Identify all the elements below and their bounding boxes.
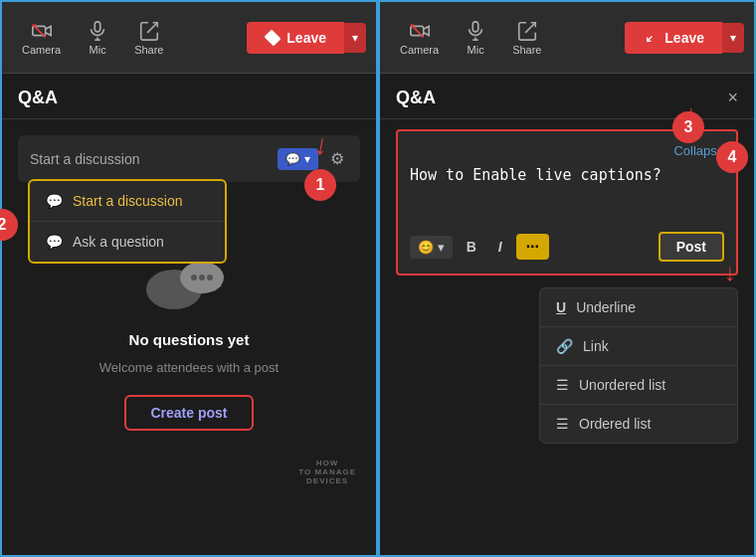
annotation-1: 1: [304, 169, 336, 201]
ordered-list-option[interactable]: ☰ Ordered list: [540, 405, 737, 443]
right-qa-title: Q&A: [396, 88, 436, 108]
left-toolbar: Camera Mic Share: [2, 2, 376, 74]
svg-point-12: [199, 275, 205, 280]
svg-rect-17: [472, 21, 478, 31]
emoji-button[interactable]: 😊 ▾: [410, 236, 453, 259]
right-panel: Camera Mic Share Leave: [378, 0, 756, 557]
arrow-4: ↓: [724, 259, 736, 286]
settings-gear-button[interactable]: ⚙: [326, 145, 348, 172]
annotation-4: 4: [716, 141, 748, 173]
ordered-list-icon: ☰: [556, 416, 569, 432]
right-toolbar: Camera Mic Share Leave: [380, 2, 754, 74]
left-qa-title: Q&A: [18, 88, 58, 107]
no-questions-subtitle: Welcome attendees with a post: [99, 360, 279, 375]
camera-button[interactable]: Camera: [12, 14, 71, 62]
annotation-3: 3: [672, 111, 704, 143]
compose-box: Collapse How to Enable live captions? 😊 …: [396, 129, 738, 276]
left-qa-header: Q&A: [2, 74, 376, 119]
svg-line-6: [147, 22, 157, 32]
leave-chevron[interactable]: ▾: [344, 23, 366, 53]
italic-button[interactable]: I: [490, 235, 510, 259]
compose-input[interactable]: How to Enable live captions?: [410, 166, 724, 216]
right-leave-button[interactable]: Leave: [625, 22, 722, 54]
right-share-button[interactable]: Share: [502, 14, 551, 62]
question-icon: 💬: [46, 234, 63, 250]
right-leave-button-group: Leave ▾: [625, 22, 744, 54]
leave-label: Leave: [286, 30, 326, 46]
share-label: Share: [134, 44, 163, 56]
ask-question-item[interactable]: 💬 Ask a question: [30, 222, 225, 262]
start-discussion-item[interactable]: 💬 Start a discussion: [30, 181, 225, 222]
right-leave-chevron[interactable]: ▾: [722, 23, 744, 53]
link-icon: 🔗: [556, 338, 573, 354]
post-button[interactable]: Post: [659, 232, 724, 262]
share-button[interactable]: Share: [124, 14, 173, 62]
no-questions-title: No questions yet: [129, 331, 250, 348]
link-option[interactable]: 🔗 Link: [540, 327, 737, 366]
camera-label: Camera: [22, 44, 61, 56]
discussion-dropdown: 💬 Start a discussion 💬 Ask a question: [28, 179, 227, 264]
unordered-list-option[interactable]: ☰ Unordered list: [540, 366, 737, 405]
svg-point-13: [207, 275, 213, 280]
left-qa-content: Start a discussion 💬▾ ⚙ 💬 Start a discus…: [2, 119, 376, 555]
leave-button-group: Leave ▾: [247, 22, 366, 54]
discussion-placeholder: Start a discussion: [30, 151, 270, 167]
unordered-list-icon: ☰: [556, 377, 569, 393]
left-panel: Camera Mic Share: [0, 0, 378, 557]
right-mic-label: Mic: [468, 44, 484, 56]
leave-button[interactable]: Leave: [247, 22, 344, 54]
compose-toolbar: 😊 ▾ B I ··· Post 4: [410, 232, 724, 262]
more-options-dropdown: U Underline 🔗 Link ☰ Unordered list ☰ Or…: [539, 287, 738, 444]
collapse-button[interactable]: Collapse: [410, 143, 724, 158]
right-qa-content: 3 ↓ Collapse How to Enable live captions…: [380, 119, 754, 555]
svg-rect-3: [94, 21, 100, 31]
bold-button[interactable]: B: [459, 235, 484, 259]
right-leave-label: Leave: [664, 30, 704, 46]
mic-button[interactable]: Mic: [77, 14, 118, 62]
watermark: HOW TO MANAGE DEVICES: [298, 459, 356, 485]
right-camera-label: Camera: [400, 44, 439, 56]
discussion-icon: 💬: [46, 193, 63, 209]
svg-point-11: [191, 275, 197, 280]
right-share-label: Share: [512, 44, 541, 56]
underline-icon: U: [556, 299, 566, 315]
close-button[interactable]: ×: [727, 88, 738, 108]
right-camera-button[interactable]: Camera: [390, 14, 449, 62]
underline-option[interactable]: U Underline: [540, 288, 737, 327]
svg-line-20: [525, 22, 535, 32]
create-post-button[interactable]: Create post: [124, 395, 253, 431]
mic-label: Mic: [90, 44, 106, 56]
more-options-button[interactable]: ···: [516, 234, 549, 260]
annotation-2: 2: [0, 209, 18, 241]
empty-state: No questions yet Welcome attendees with …: [99, 250, 279, 431]
right-mic-button[interactable]: Mic: [455, 14, 496, 62]
